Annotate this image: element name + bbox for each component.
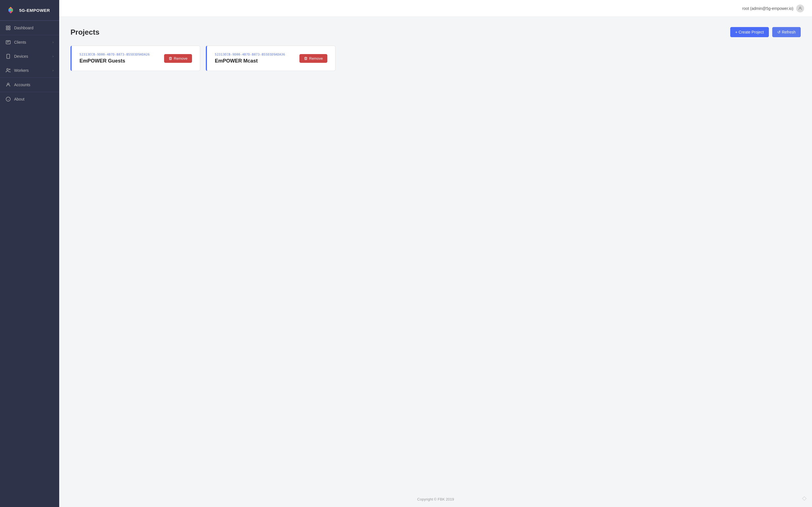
project-card-1: 52313ECB-9D00-4B7D-B873-B55D3D9ADA36 EmP… xyxy=(206,46,336,71)
topbar: root (admin@5g-empower.io) xyxy=(59,0,812,17)
topbar-user: root (admin@5g-empower.io) xyxy=(742,4,804,12)
chevron-right-icon-3: › xyxy=(52,68,54,72)
sidebar-label-dashboard: Dashboard xyxy=(14,25,34,30)
app-logo[interactable]: 5G-EMPOWER xyxy=(0,0,59,20)
trash-icon-0 xyxy=(168,57,172,60)
sidebar: 5G-EMPOWER Dashboard Clients › xyxy=(0,0,59,507)
clients-icon xyxy=(6,40,11,45)
svg-rect-7 xyxy=(6,26,8,27)
page-content: Projects + Create Project ↺ Refresh 5231… xyxy=(59,17,812,492)
svg-point-16 xyxy=(7,68,8,70)
trash-icon-1 xyxy=(304,57,308,60)
svg-point-17 xyxy=(9,69,10,70)
remove-project-button-0[interactable]: Remove xyxy=(164,54,192,63)
main-content: root (admin@5g-empower.io) Projects + Cr… xyxy=(59,0,812,507)
devices-icon xyxy=(6,54,11,59)
sidebar-item-clients[interactable]: Clients › xyxy=(0,35,59,49)
footer: Copyright © FBK 2019 xyxy=(59,492,812,507)
workers-icon xyxy=(6,68,11,73)
chevron-right-icon: › xyxy=(52,40,54,44)
project-card-info-0: 52313ECB-9D00-4B7D-B873-B55D3D9ADA26 EmP… xyxy=(80,53,150,64)
diamond-icon: ◇ xyxy=(802,495,806,501)
sidebar-item-devices[interactable]: Devices › xyxy=(0,49,59,63)
project-card-info-1: 52313ECB-9D00-4B7D-B873-B55D3D9ADA36 EmP… xyxy=(215,53,285,64)
refresh-button[interactable]: ↺ Refresh xyxy=(772,27,801,37)
about-icon xyxy=(6,97,11,102)
sidebar-label-clients: Clients xyxy=(14,40,26,45)
sidebar-label-about: About xyxy=(14,97,24,101)
sidebar-label-workers: Workers xyxy=(14,68,29,73)
page-title: Projects xyxy=(70,28,100,37)
header-actions: + Create Project ↺ Refresh xyxy=(730,27,801,37)
project-card-0: 52313ECB-9D00-4B7D-B873-B55D3D9ADA26 EmP… xyxy=(70,46,200,71)
app-name: 5G-EMPOWER xyxy=(19,8,50,13)
user-avatar[interactable] xyxy=(796,4,804,12)
svg-rect-9 xyxy=(6,29,8,30)
svg-rect-14 xyxy=(7,54,10,59)
project-name-1: EmPOWER Mcast xyxy=(215,58,285,64)
user-label: root (admin@5g-empower.io) xyxy=(742,6,794,11)
copyright-text: Copyright © FBK 2019 xyxy=(417,497,454,501)
create-project-button[interactable]: + Create Project xyxy=(730,27,769,37)
project-uuid-0: 52313ECB-9D00-4B7D-B873-B55D3D9ADA26 xyxy=(80,53,150,56)
app-logo-icon xyxy=(6,5,16,15)
sidebar-item-about[interactable]: About xyxy=(0,92,59,106)
dashboard-icon xyxy=(6,25,11,31)
project-uuid-1: 52313ECB-9D00-4B7D-B873-B55D3D9ADA36 xyxy=(215,53,285,56)
projects-grid: 52313ECB-9D00-4B7D-B873-B55D3D9ADA26 EmP… xyxy=(70,46,801,71)
sidebar-item-dashboard[interactable]: Dashboard xyxy=(0,21,59,35)
chevron-right-icon-2: › xyxy=(52,54,54,58)
sidebar-item-accounts[interactable]: Accounts xyxy=(0,78,59,92)
sidebar-label-devices: Devices xyxy=(14,54,28,59)
svg-rect-8 xyxy=(9,26,10,27)
project-name-0: EmPOWER Guests xyxy=(80,58,150,64)
content-header: Projects + Create Project ↺ Refresh xyxy=(70,27,801,37)
remove-project-button-1[interactable]: Remove xyxy=(299,54,327,63)
svg-rect-10 xyxy=(9,29,10,30)
sidebar-label-accounts: Accounts xyxy=(14,82,31,87)
sidebar-item-workers[interactable]: Workers › xyxy=(0,63,59,77)
accounts-icon xyxy=(6,82,11,87)
